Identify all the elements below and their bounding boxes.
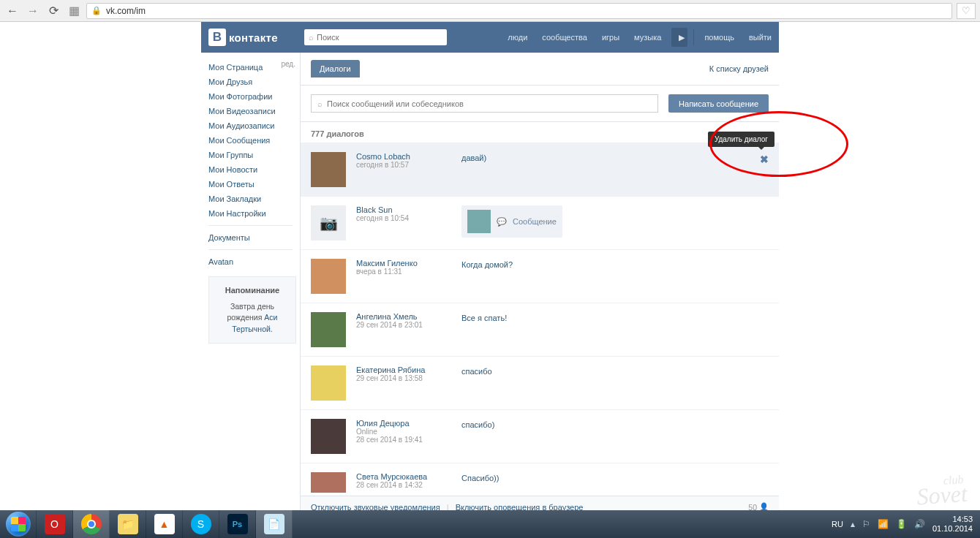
taskbar-photoshop[interactable]: Ps bbox=[219, 510, 256, 538]
avatar[interactable] bbox=[311, 419, 346, 454]
vlc-icon: ▲ bbox=[154, 514, 175, 534]
taskbar-opera[interactable]: O bbox=[37, 510, 73, 538]
nav-my-page[interactable]: Моя Страница bbox=[208, 60, 263, 75]
nav-communities[interactable]: сообщества bbox=[535, 22, 595, 53]
photoshop-icon: Ps bbox=[227, 514, 248, 534]
nav-news[interactable]: Мои Новости bbox=[208, 162, 300, 177]
taskbar-chrome[interactable] bbox=[73, 510, 110, 538]
dialog-row[interactable]: 📷 Black Sun сегодня в 10:54 💬 Сообщение bbox=[301, 196, 779, 249]
tray-arrow-icon[interactable]: ▴ bbox=[851, 519, 855, 529]
dialog-row[interactable]: Ангелина Хмель 29 сен 2014 в 23:01 Все я… bbox=[301, 303, 779, 356]
reminder-text1: Завтра bbox=[230, 302, 257, 311]
avatar[interactable] bbox=[311, 152, 346, 187]
tray-language[interactable]: RU bbox=[832, 520, 843, 528]
avatar-placeholder[interactable]: 📷 bbox=[311, 205, 346, 240]
delete-dialog-button[interactable]: ✖ bbox=[760, 154, 769, 165]
dialog-row[interactable]: Света Мурсюкаева 28 сен 2014 в 14:32 Спа… bbox=[301, 463, 779, 496]
nav-answers[interactable]: Мои Ответы bbox=[208, 177, 300, 192]
dialog-time: 28 сен 2014 в 19:41 bbox=[356, 436, 451, 444]
avatar[interactable] bbox=[311, 259, 346, 294]
dialog-name[interactable]: Black Sun bbox=[356, 205, 451, 214]
nav-audio[interactable]: Мои Аудиозаписи bbox=[208, 118, 300, 133]
dialog-search[interactable]: ⌕ bbox=[311, 94, 658, 113]
nav-music[interactable]: музыка bbox=[627, 22, 668, 53]
back-button[interactable]: ← bbox=[4, 3, 20, 19]
dialog-time: вчера в 11:31 bbox=[356, 268, 451, 276]
avatar[interactable] bbox=[311, 312, 346, 347]
avatar-small bbox=[467, 210, 491, 233]
network-icon[interactable]: 📶 bbox=[878, 519, 889, 529]
nav-people[interactable]: люди bbox=[500, 22, 535, 53]
reload-button[interactable]: ⟳ bbox=[45, 3, 61, 19]
dialog-name[interactable]: Юлия Децюра bbox=[356, 419, 451, 428]
header-search-input[interactable] bbox=[317, 33, 442, 42]
tray-clock[interactable]: 14:53 01.10.2014 bbox=[932, 515, 973, 534]
taskbar-vlc[interactable]: ▲ bbox=[146, 510, 183, 538]
battery-icon[interactable]: 🔋 bbox=[896, 519, 907, 529]
notepad-icon: 📄 bbox=[264, 514, 284, 534]
avatar[interactable] bbox=[311, 365, 346, 401]
dialog-preview: давай) bbox=[461, 152, 486, 162]
nav-groups[interactable]: Мои Группы bbox=[208, 148, 300, 162]
nav-games[interactable]: игры bbox=[595, 22, 627, 53]
vk-logo-icon: В bbox=[208, 29, 226, 46]
main-content: Диалоги К списку друзей ⌕ Написать сообщ… bbox=[300, 53, 779, 518]
dialog-row[interactable]: Максим Гиленко вчера в 11:31 Когда домой… bbox=[301, 249, 779, 303]
dialog-row[interactable]: Екатерина Рябина 29 сен 2014 в 13:58 спа… bbox=[301, 356, 779, 409]
dialog-name[interactable]: Екатерина Рябина bbox=[356, 365, 451, 374]
dialog-name[interactable]: Ангелина Хмель bbox=[356, 312, 451, 321]
nav-friends[interactable]: Мои Друзья bbox=[208, 75, 300, 89]
nav-settings[interactable]: Мои Настройки bbox=[208, 206, 300, 221]
nav-videos[interactable]: Мои Видеозаписи bbox=[208, 104, 300, 118]
dialog-name[interactable]: Cosmo Lobach bbox=[356, 152, 451, 161]
nav-bookmarks[interactable]: Мои Закладки bbox=[208, 192, 300, 206]
folder-icon: 📁 bbox=[118, 514, 138, 534]
url-text: vk.com/im bbox=[106, 6, 146, 16]
avatar[interactable] bbox=[311, 472, 346, 493]
bookmark-heart-button[interactable]: ♡ bbox=[957, 3, 976, 19]
flag-icon[interactable]: ⚐ bbox=[862, 519, 870, 529]
dialog-name[interactable]: Света Мурсюкаева bbox=[356, 472, 451, 481]
reminder-box: Напоминание Завтра день рождения Аси Тер… bbox=[208, 276, 296, 344]
play-icon[interactable]: ▶ bbox=[671, 28, 687, 47]
nav-logout[interactable]: выйти bbox=[742, 22, 779, 53]
write-message-button[interactable]: Написать сообщение bbox=[668, 94, 769, 113]
message-icon: 💬 bbox=[497, 217, 507, 227]
edit-link[interactable]: ред. bbox=[281, 60, 295, 75]
delete-tooltip: Удалить диалог bbox=[708, 132, 774, 147]
friends-list-link[interactable]: К списку друзей bbox=[709, 64, 769, 73]
vk-logo[interactable]: В контакте bbox=[201, 29, 300, 46]
dialog-online: Online bbox=[356, 428, 451, 436]
taskbar-skype[interactable]: S bbox=[183, 510, 219, 538]
start-button[interactable] bbox=[0, 510, 37, 538]
windows-taskbar: O 📁 ▲ S Ps 📄 RU ▴ ⚐ 📶 🔋 🔊 14:53 01.10.20… bbox=[0, 510, 980, 538]
dialog-row[interactable]: Юлия Децюра Online 28 сен 2014 в 19:41 с… bbox=[301, 409, 779, 463]
tab-dialogs[interactable]: Диалоги bbox=[311, 60, 360, 77]
taskbar-explorer[interactable]: 📁 bbox=[110, 510, 146, 538]
nav-messages[interactable]: Мои Сообщения bbox=[208, 133, 300, 148]
nav-documents[interactable]: Документы bbox=[208, 230, 300, 245]
vk-logo-text: контакте bbox=[229, 31, 278, 44]
search-icon: ⌕ bbox=[309, 33, 314, 42]
left-menu: Моя Страница ред. Мои Друзья Мои Фотогра… bbox=[201, 53, 300, 518]
nav-help[interactable]: помощь bbox=[697, 22, 742, 53]
tray-date: 01.10.2014 bbox=[932, 524, 973, 534]
header-search[interactable]: ⌕ bbox=[304, 29, 447, 45]
volume-icon[interactable]: 🔊 bbox=[914, 519, 925, 529]
opera-icon: O bbox=[45, 514, 65, 534]
apps-button[interactable]: ▦ bbox=[66, 3, 82, 19]
address-bar[interactable]: 🔒 vk.com/im bbox=[86, 3, 952, 19]
chrome-icon bbox=[81, 514, 102, 534]
reminder-title: Напоминание bbox=[215, 284, 290, 297]
dialog-name[interactable]: Максим Гиленко bbox=[356, 259, 451, 268]
dialog-search-input[interactable] bbox=[327, 99, 652, 108]
taskbar-notepad[interactable]: 📄 bbox=[256, 510, 293, 538]
dialog-preview: 💬 Сообщение bbox=[461, 205, 562, 238]
dialog-preview: Когда домой? bbox=[461, 259, 513, 269]
dialog-row[interactable]: Удалить диалог Cosmo Lobach сегодня в 10… bbox=[301, 143, 779, 196]
nav-photos[interactable]: Мои Фотографии bbox=[208, 89, 300, 104]
dialog-preview: Все я спать! bbox=[461, 312, 507, 322]
nav-avatan[interactable]: Avatan bbox=[208, 254, 300, 269]
forward-button[interactable]: → bbox=[25, 3, 41, 19]
dialog-preview: спасибо bbox=[461, 365, 492, 376]
